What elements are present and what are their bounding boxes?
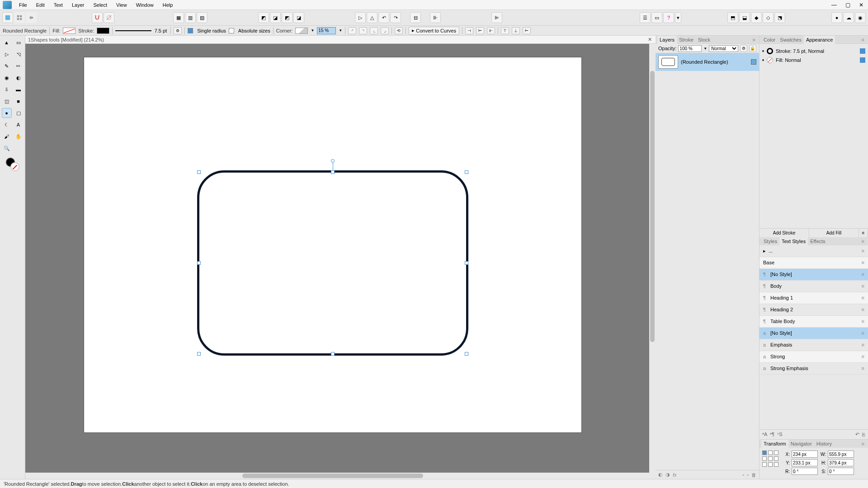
order-forward-button[interactable]: ◩	[282, 12, 292, 23]
menu-text[interactable]: Text	[49, 0, 67, 10]
snapping-options-button[interactable]	[104, 12, 114, 23]
corner-tool[interactable]: ◹	[14, 49, 24, 59]
w-input[interactable]	[828, 450, 854, 458]
text-tool[interactable]: A	[14, 120, 24, 130]
history-tab[interactable]: History	[814, 440, 834, 448]
panel-menu-icon[interactable]: ≡	[860, 239, 866, 244]
rounded-rect-tool[interactable]: ●	[2, 108, 12, 118]
styles-tab[interactable]: Styles	[761, 237, 779, 245]
menu-layer[interactable]: Layer	[67, 0, 89, 10]
fill-swatch[interactable]	[63, 28, 75, 34]
transform-tab[interactable]: Transform	[761, 440, 788, 448]
convert-to-curves-button[interactable]: ▸Convert to Curves	[409, 27, 459, 35]
stroke-visible-checkbox[interactable]	[860, 48, 865, 54]
stroke-tab[interactable]: Stroke	[677, 36, 696, 44]
rounded-rectangle-shape[interactable]	[197, 170, 468, 356]
layer-mask-icon[interactable]: ◐	[658, 472, 663, 478]
add-layer-icon[interactable]: ▫	[742, 472, 744, 478]
baseline-button[interactable]: ⊫	[491, 12, 502, 23]
opacity-input[interactable]	[678, 45, 702, 52]
menu-help[interactable]: Help	[158, 0, 178, 10]
maximize-button[interactable]: ▢	[841, 0, 854, 10]
bool-intersect-button[interactable]: ◆	[751, 12, 762, 23]
panel-menu-icon[interactable]: ≡	[860, 37, 866, 42]
single-radius-checkbox[interactable]	[188, 28, 193, 33]
char-s-icon[interactable]: ˢS	[777, 432, 782, 437]
stroke-settings-icon[interactable]: ⚙	[174, 27, 182, 34]
menu-file[interactable]: File	[14, 0, 32, 10]
ellipse-tool[interactable]: ▢	[14, 108, 24, 118]
style-item[interactable]: ¶Table Body≡	[760, 316, 868, 328]
brush-tool[interactable]: 🖌	[2, 131, 12, 141]
handle-bm[interactable]	[331, 352, 335, 356]
absolute-sizes-checkbox[interactable]	[229, 28, 234, 33]
close-window-button[interactable]: ✕	[854, 0, 868, 10]
redo-style-icon[interactable]: ⎘	[862, 432, 865, 437]
align-bottom-icon[interactable]: ⊢	[523, 27, 531, 34]
corner-type-swatch[interactable]	[295, 28, 308, 34]
vector-crop-tool[interactable]: ◫	[2, 96, 12, 106]
handle-tm[interactable]	[331, 170, 335, 174]
align-vcenter-icon[interactable]: ⊥	[512, 27, 520, 34]
layer-fx-icon[interactable]: ⚙	[740, 45, 747, 52]
menu-window[interactable]: Window	[132, 0, 158, 10]
fill-tool[interactable]: ◉	[2, 73, 12, 83]
corner-tl-icon[interactable]: ◜	[348, 27, 356, 34]
panel-menu-icon[interactable]: ≡	[751, 37, 757, 42]
layer-fx2-icon[interactable]: fx	[673, 472, 677, 478]
layer-item[interactable]: (Rounded Rectangle)	[656, 53, 759, 71]
style-item[interactable]: ¶Body≡	[760, 281, 868, 292]
fill-visible-checkbox[interactable]	[860, 57, 865, 63]
handle-tr[interactable]	[465, 170, 468, 174]
layer-adjust-icon[interactable]: ◑	[665, 472, 670, 478]
bool-divide-button[interactable]: ⬔	[774, 12, 785, 23]
crop-tool[interactable]: ▬	[14, 84, 24, 94]
account-button[interactable]: ◉	[855, 12, 866, 23]
swatches-tab[interactable]: Swatches	[778, 36, 804, 44]
layer-lock-icon[interactable]: 🔒	[749, 45, 756, 52]
style-item[interactable]: aStrong Emphasis≡	[760, 363, 868, 375]
sync-button[interactable]: ●	[831, 12, 842, 23]
persona-export-icon[interactable]	[26, 12, 37, 23]
delete-layer-icon[interactable]: 🗑	[751, 472, 756, 478]
style-item[interactable]: aStrong≡	[760, 351, 868, 363]
align-top-icon[interactable]: ⊤	[501, 27, 509, 34]
current-style-row[interactable]: ▸...≡	[760, 245, 868, 257]
s-input[interactable]	[828, 468, 854, 475]
place-tool[interactable]: ⇩	[2, 84, 12, 94]
view-grid-button[interactable]: ▭	[651, 12, 662, 23]
add-fill-button[interactable]: Add Fill	[809, 229, 859, 237]
move-tool[interactable]: ▲	[2, 38, 12, 47]
navigator-tab[interactable]: Navigator	[788, 440, 814, 448]
style-item[interactable]: ¶Heading 1≡	[760, 292, 868, 304]
layer-visibility-checkbox[interactable]	[751, 59, 756, 65]
handle-br[interactable]	[465, 352, 468, 356]
menu-view[interactable]: View	[112, 0, 132, 10]
bool-subtract-button[interactable]: ⬓	[739, 12, 750, 23]
order-back-button[interactable]: ◩	[258, 12, 269, 23]
shape-tool[interactable]: ■	[14, 96, 24, 106]
corner-br-icon[interactable]: ◞	[381, 27, 389, 34]
layers-tab[interactable]: Layers	[657, 36, 677, 44]
align-spread-button[interactable]: ▨	[197, 12, 208, 23]
r-input[interactable]	[792, 468, 818, 475]
vertical-scrollbar[interactable]	[649, 44, 656, 473]
x-input[interactable]	[792, 450, 818, 458]
crescent-tool[interactable]: ☾	[2, 120, 12, 130]
base-style-row[interactable]: Base≡	[760, 257, 868, 269]
flip-v-button[interactable]: △	[367, 12, 377, 23]
align-edges-button[interactable]: ▥	[185, 12, 196, 23]
color-tab[interactable]: Color	[761, 36, 778, 44]
horizontal-scrollbar[interactable]	[25, 473, 656, 479]
view-list-button[interactable]: ☰	[640, 12, 651, 23]
pen-tool[interactable]: ✎	[2, 61, 12, 71]
align-hcenter-icon[interactable]: ⊢	[476, 27, 484, 34]
appearance-fill-row[interactable]: Fill: Normal	[762, 56, 865, 65]
transparency-tool[interactable]: ◐	[14, 73, 24, 83]
align-bounds-button[interactable]: ▦	[173, 12, 184, 23]
appearance-stroke-row[interactable]: Stroke: 7.5 pt, Normal	[762, 47, 865, 56]
corner-radius-input[interactable]	[317, 27, 336, 34]
zoom-tool[interactable]: 🔍	[2, 143, 12, 153]
stroke-width-preview[interactable]	[115, 30, 151, 31]
canvas[interactable]	[25, 44, 656, 479]
